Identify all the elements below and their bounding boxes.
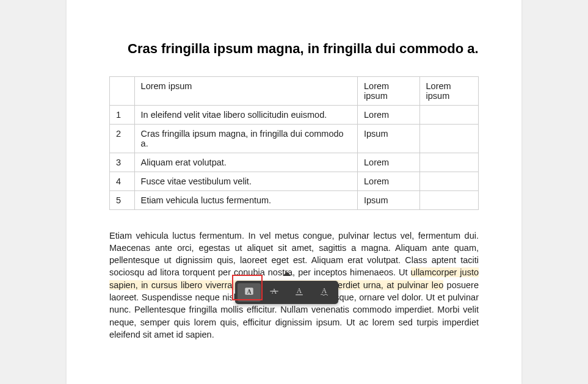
strikethrough-icon: A <box>268 285 280 300</box>
cell-cat: Lorem <box>358 172 420 190</box>
cell-num: 1 <box>110 105 135 124</box>
annotation-toolbar: A A A A <box>235 281 338 304</box>
table-header-num <box>110 76 135 105</box>
svg-text:A: A <box>272 288 277 295</box>
table-row: 4 Fusce vitae vestibulum velit. Lorem <box>110 172 479 190</box>
cell-cat: Ipsum <box>358 190 420 209</box>
svg-text:A: A <box>247 288 252 295</box>
cell-text: Cras fringilla ipsum magna, in fringilla… <box>134 124 357 153</box>
cell-text: In eleifend velit vitae libero sollicitu… <box>134 105 357 124</box>
title-section: Cras fringilla ipsum magna, in fringilla… <box>109 40 479 58</box>
highlight-button[interactable]: A <box>238 283 261 302</box>
cell-empty <box>419 153 478 172</box>
cell-cat: Lorem <box>358 105 420 124</box>
strikethrough-button[interactable]: A <box>263 283 286 302</box>
cell-cat: Ipsum <box>358 124 420 153</box>
table-header-2: Lorem ipsum <box>134 76 357 105</box>
table-header-4: Lorem ipsum <box>419 76 478 105</box>
underline-icon: A <box>293 285 305 300</box>
cell-empty <box>419 105 478 124</box>
cell-num: 2 <box>110 124 135 153</box>
svg-text:A: A <box>322 287 327 295</box>
document-title: Cras fringilla ipsum magna, in fringilla… <box>109 40 479 58</box>
squiggly-icon: A <box>318 285 330 300</box>
toolbar-pointer <box>283 272 291 276</box>
cell-empty <box>419 190 478 209</box>
document-page: Cras fringilla ipsum magna, in fringilla… <box>67 0 521 384</box>
cell-text: Aliquam erat volutpat. <box>134 153 357 172</box>
cell-cat: Lorem <box>358 153 420 172</box>
cell-num: 3 <box>110 153 135 172</box>
table-row: 3 Aliquam erat volutpat. Lorem <box>110 153 479 172</box>
svg-text:A: A <box>297 287 302 295</box>
cell-text: Etiam vehicula luctus fermentum. <box>134 190 357 209</box>
cell-num: 5 <box>110 190 135 209</box>
table-row: 5 Etiam vehicula luctus fermentum. Ipsum <box>110 190 479 209</box>
squiggly-underline-button[interactable]: A <box>313 283 336 302</box>
table-header-3: Lorem ipsum <box>358 76 420 105</box>
highlight-icon: A <box>243 285 255 300</box>
data-table: Lorem ipsum Lorem ipsum Lorem ipsum 1 In… <box>109 76 479 210</box>
table-row: 2 Cras fringilla ipsum magna, in fringil… <box>110 124 479 153</box>
table-header-row: Lorem ipsum Lorem ipsum Lorem ipsum <box>110 76 479 105</box>
table-row: 1 In eleifend velit vitae libero sollici… <box>110 105 479 124</box>
cell-empty <box>419 172 478 190</box>
cell-text: Fusce vitae vestibulum velit. <box>134 172 357 190</box>
format-toolbar-wrapper: A A A A <box>235 281 338 304</box>
underline-button[interactable]: A <box>288 283 311 302</box>
cell-empty <box>419 124 478 153</box>
cell-num: 4 <box>110 172 135 190</box>
